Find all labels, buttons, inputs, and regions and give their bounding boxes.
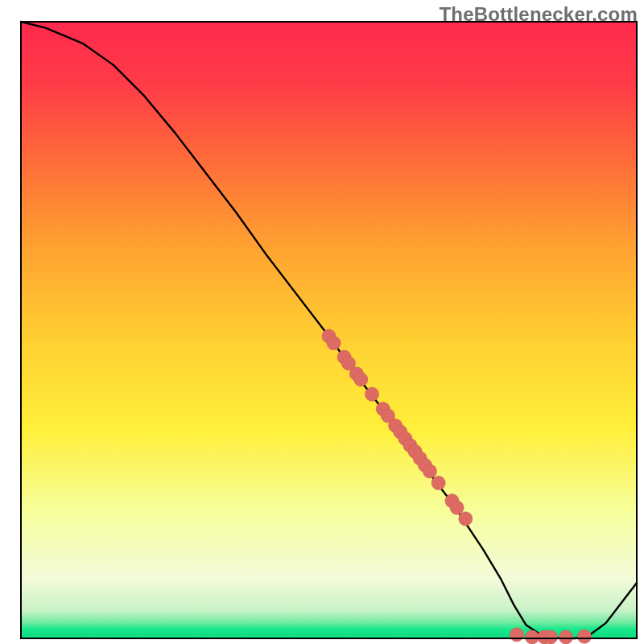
- watermark-text: TheBottlenecker.com: [439, 3, 638, 26]
- data-point: [559, 630, 572, 644]
- data-point: [525, 630, 539, 644]
- data-point: [423, 464, 436, 478]
- data-point: [577, 630, 591, 643]
- chart-svg: [0, 0, 644, 644]
- data-point: [459, 512, 473, 526]
- data-point: [510, 628, 523, 642]
- data-point: [543, 630, 557, 644]
- data-point: [431, 476, 445, 489]
- data-point: [365, 387, 378, 401]
- data-point: [450, 501, 464, 514]
- data-point: [354, 373, 368, 386]
- chart-stage: TheBottlenecker.com: [0, 0, 644, 644]
- data-point: [327, 336, 341, 349]
